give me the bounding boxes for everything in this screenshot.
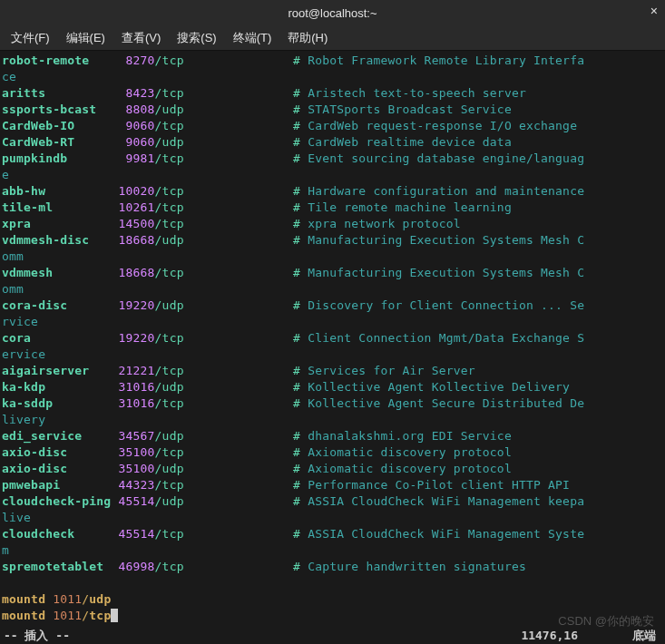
- service-row: aigairserver 21221/tcp # Services for Ai…: [2, 363, 663, 379]
- menu-terminal[interactable]: 终端(T): [226, 26, 279, 50]
- menu-file[interactable]: 文件(F): [4, 26, 57, 50]
- service-row-wrap: ce: [2, 69, 663, 85]
- vim-position: 11476,16: [521, 628, 578, 644]
- service-row: vdmmesh 18668/tcp # Manufacturing Execut…: [2, 265, 663, 281]
- service-row: spremotetablet 46998/tcp # Capture handw…: [2, 559, 663, 575]
- menubar: 文件(F) 编辑(E) 查看(V) 搜索(S) 终端(T) 帮助(H): [0, 25, 665, 51]
- service-row: CardWeb-RT 9060/udp # CardWeb realtime d…: [2, 134, 663, 151]
- service-row: CardWeb-IO 9060/tcp # CardWeb request-re…: [2, 118, 663, 134]
- menu-search[interactable]: 搜索(S): [170, 26, 223, 50]
- service-row: cloudcheck-ping 45514/udp # ASSIA CloudC…: [2, 493, 663, 510]
- close-icon[interactable]: ×: [650, 4, 658, 18]
- menu-view[interactable]: 查看(V): [114, 26, 168, 50]
- vim-statusline: -- 插入 -- 11476,16 底端: [0, 628, 665, 644]
- service-row: axio-disc 35100/tcp # Axiomatic discover…: [2, 444, 663, 461]
- service-row-wrap: rvice: [2, 314, 663, 330]
- service-row: tile-ml 10261/tcp # Tile remote machine …: [2, 200, 663, 216]
- service-row-wrap: livery: [2, 412, 663, 428]
- service-row: cloudcheck 45514/tcp # ASSIA CloudCheck …: [2, 526, 663, 542]
- service-row: robot-remote 8270/tcp # Robot Framework …: [2, 53, 663, 69]
- service-row: aritts 8423/tcp # Aristech text-to-speec…: [2, 85, 663, 102]
- text-cursor: [111, 609, 118, 622]
- terminal-output[interactable]: robot-remote 8270/tcp # Robot Framework …: [0, 51, 665, 626]
- window-title: root@localhost:~: [288, 6, 377, 20]
- service-row: xpra 14500/tcp # xpra network protocol: [2, 216, 663, 232]
- vim-mode: -- 插入 --: [4, 628, 70, 644]
- service-row-wrap: m: [2, 542, 663, 559]
- vim-percent: 底端: [632, 628, 656, 644]
- service-row-wrap: omm: [2, 249, 663, 265]
- service-row: cora-disc 19220/udp # Discovery for Clie…: [2, 298, 663, 314]
- inserted-line: mountd 1011/udp: [2, 591, 663, 608]
- service-row: ka-kdp 31016/udp # Kollective Agent Koll…: [2, 379, 663, 395]
- service-row: cora 19220/tcp # Client Connection Mgmt/…: [2, 330, 663, 346]
- service-row-wrap: e: [2, 167, 663, 183]
- service-row: abb-hw 10020/tcp # Hardware configuratio…: [2, 183, 663, 200]
- service-row-wrap: live: [2, 510, 663, 526]
- menu-help[interactable]: 帮助(H): [280, 26, 335, 50]
- service-row: edi_service 34567/udp # dhanalakshmi.org…: [2, 428, 663, 444]
- service-row: pmwebapi 44323/tcp # Performance Co-Pilo…: [2, 477, 663, 493]
- service-row-wrap: omm: [2, 281, 663, 298]
- service-row: ka-sddp 31016/tcp # Kollective Agent Sec…: [2, 395, 663, 412]
- service-row: axio-disc 35100/udp # Axiomatic discover…: [2, 461, 663, 477]
- titlebar: root@localhost:~ ×: [0, 0, 665, 25]
- service-row: ssports-bcast 8808/udp # STATSports Broa…: [2, 102, 663, 118]
- menu-edit[interactable]: 编辑(E): [59, 26, 112, 50]
- service-row-wrap: ervice: [2, 346, 663, 363]
- service-row: pumpkindb 9981/tcp # Event sourcing data…: [2, 151, 663, 167]
- service-row: vdmmesh-disc 18668/udp # Manufacturing E…: [2, 232, 663, 249]
